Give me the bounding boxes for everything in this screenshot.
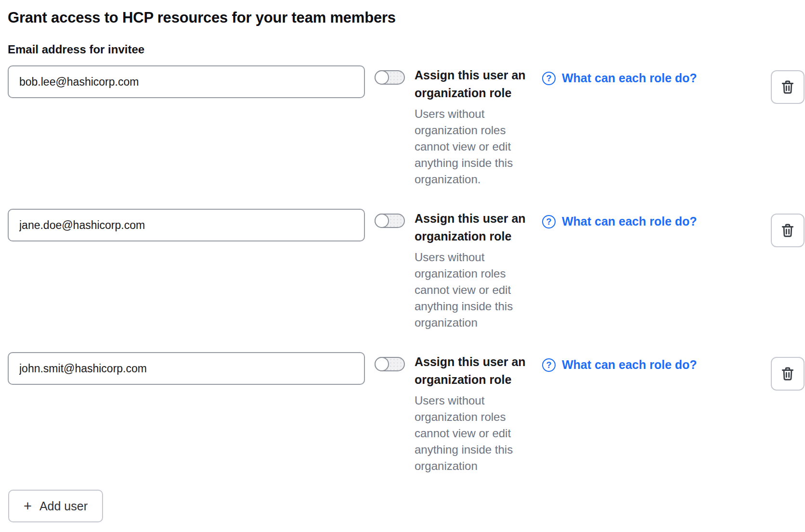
role-info-link[interactable]: What can each role do? xyxy=(562,71,697,85)
role-info: ? What can each role do? xyxy=(542,71,761,85)
delete-invitee-button[interactable] xyxy=(771,214,805,247)
role-help-text: Users without organization roles cannot … xyxy=(415,393,532,474)
email-address-label: Email address for invitee xyxy=(8,43,797,56)
invitee-row: Assign this user an organization role Us… xyxy=(8,352,797,474)
grant-access-form: Grant access to HCP resources for your t… xyxy=(0,0,805,522)
role-description: Assign this user an organization role Us… xyxy=(415,352,532,474)
role-info-link[interactable]: What can each role do? xyxy=(562,358,697,372)
help-circle-icon: ? xyxy=(542,358,556,372)
org-role-toggle[interactable] xyxy=(375,214,405,228)
invitee-email-input[interactable] xyxy=(8,352,365,385)
toggle-knob xyxy=(375,70,389,85)
plus-icon: + xyxy=(24,499,32,513)
trash-icon xyxy=(779,79,796,95)
role-description: Assign this user an organization role Us… xyxy=(415,209,532,331)
role-description: Assign this user an organization role Us… xyxy=(415,65,532,188)
role-info-link[interactable]: What can each role do? xyxy=(562,215,697,228)
trash-icon xyxy=(779,366,796,382)
invitee-row: Assign this user an organization role Us… xyxy=(8,209,797,331)
delete-invitee-button[interactable] xyxy=(771,357,805,391)
page-title: Grant access to HCP resources for your t… xyxy=(8,9,797,27)
help-circle-icon: ? xyxy=(542,215,556,228)
role-info: ? What can each role do? xyxy=(542,358,761,372)
trash-icon xyxy=(779,222,796,239)
role-help-text: Users without organization roles cannot … xyxy=(415,249,532,331)
invitee-row: Assign this user an organization role Us… xyxy=(8,65,797,188)
add-user-label: Add user xyxy=(39,499,88,513)
invitee-email-input[interactable] xyxy=(8,65,365,98)
toggle-knob xyxy=(375,214,389,228)
delete-invitee-button[interactable] xyxy=(771,70,805,104)
org-role-toggle[interactable] xyxy=(375,357,405,371)
role-help-text: Users without organization roles cannot … xyxy=(415,106,532,188)
org-role-toggle[interactable] xyxy=(375,70,405,85)
toggle-knob xyxy=(375,357,389,371)
help-circle-icon: ? xyxy=(542,72,556,85)
role-toggle-label: Assign this user an organization role xyxy=(415,210,532,245)
role-toggle-label: Assign this user an organization role xyxy=(415,66,532,102)
role-toggle-label: Assign this user an organization role xyxy=(415,353,532,389)
role-info: ? What can each role do? xyxy=(542,215,761,228)
invitee-email-input[interactable] xyxy=(8,209,365,241)
add-user-button[interactable]: + Add user xyxy=(8,490,103,522)
